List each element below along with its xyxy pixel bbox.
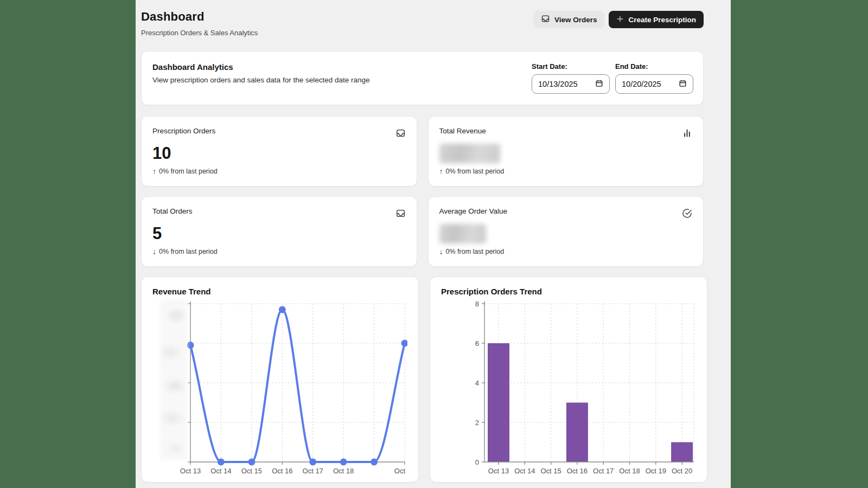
stat-trend: ↑ 0% from last period: [152, 167, 406, 176]
svg-text:Oct 17: Oct 17: [303, 467, 323, 475]
create-prescription-label: Create Prescription: [628, 16, 696, 24]
bar: [671, 442, 693, 463]
page-subtitle: Prescription Orders & Sales Analytics: [141, 29, 258, 37]
line-point: [371, 459, 378, 466]
svg-text:Oct 19: Oct 19: [646, 467, 666, 475]
y-tick-labels: 02468: [475, 300, 479, 466]
orders-trend-chart: 02468Oct 13Oct 14Oct 15Oct 16Oct 17Oct 1…: [441, 298, 696, 478]
analytics-title: Dashboard Analytics: [152, 62, 370, 72]
svg-text:Oct 14: Oct 14: [514, 467, 535, 475]
svg-text:Oct 20: Oct 20: [672, 467, 692, 475]
x-tick-labels: Oct 13Oct 14Oct 15Oct 16Oct 17Oct 18Oct …: [180, 467, 407, 475]
orders-trend-card: Prescription Orders Trend 02468Oct 13Oct…: [430, 277, 707, 483]
x-tick-labels: Oct 13Oct 14Oct 15Oct 16Oct 17Oct 18Oct …: [488, 467, 692, 475]
end-date-group: End Date: 10/20/2025: [615, 62, 693, 94]
svg-text:Oct 17: Oct 17: [593, 467, 614, 475]
svg-text:Oct 20: Oct 20: [394, 467, 407, 475]
inbox-icon: [395, 128, 406, 140]
redacted-value: [439, 224, 486, 243]
trend-text: 0% from last period: [446, 248, 505, 255]
page-title: Dashboard: [141, 10, 258, 24]
stat-card-total-orders: Total Orders 5 ↓ 0% from last period: [141, 196, 417, 267]
stat-value: 10: [152, 144, 406, 163]
check-circle-icon: [682, 208, 692, 221]
bar-chart-canvas: 02468Oct 13Oct 14Oct 15Oct 16Oct 17Oct 1…: [441, 298, 696, 478]
trend-up-icon: ↑: [152, 167, 156, 176]
trend-text: 0% from last period: [446, 168, 505, 175]
revenue-chart-title: Revenue Trend: [152, 287, 407, 296]
svg-text:Oct 16: Oct 16: [272, 467, 292, 475]
stat-trend: ↓ 0% from last period: [152, 247, 406, 256]
calendar-icon[interactable]: [679, 79, 687, 89]
revenue-trend-chart: Oct 13Oct 14Oct 15Oct 16Oct 17Oct 18Oct …: [152, 298, 407, 478]
svg-text:Oct 16: Oct 16: [567, 467, 588, 475]
plus-icon: [616, 15, 624, 24]
date-range-controls: Start Date: 10/13/2025 End Date: 10/20/2…: [532, 62, 693, 94]
revenue-trend-card: Revenue Trend Oct 13Oct 14Oct 15Oct 16Oc…: [141, 277, 419, 483]
view-orders-label: View Orders: [554, 16, 597, 24]
orders-chart-title: Prescription Orders Trend: [441, 287, 696, 296]
inbox-icon: [395, 208, 406, 221]
line-point: [401, 340, 408, 347]
gridlines: [484, 304, 694, 462]
stat-card-average-order-value: Average Order Value ↓ 0% from last perio…: [428, 196, 704, 267]
analytics-panel: Dashboard Analytics View prescription or…: [141, 51, 704, 105]
trend-down-icon: ↓: [152, 247, 156, 256]
svg-text:Oct 18: Oct 18: [619, 467, 640, 475]
svg-text:Oct 13: Oct 13: [488, 467, 509, 475]
stat-value: 5: [152, 224, 406, 243]
end-date-label: End Date:: [615, 62, 693, 70]
top-bar: Dashboard Prescription Orders & Sales An…: [141, 10, 704, 37]
bar-chart-icon: [682, 128, 692, 140]
header-actions: View Orders Create Prescription: [533, 11, 704, 28]
svg-text:0: 0: [475, 458, 479, 466]
create-prescription-button[interactable]: Create Prescription: [609, 11, 704, 28]
calendar-icon[interactable]: [595, 79, 603, 89]
charts-grid: Revenue Trend Oct 13Oct 14Oct 15Oct 16Oc…: [141, 277, 704, 483]
svg-text:Oct 15: Oct 15: [241, 467, 262, 475]
start-date-label: Start Date:: [532, 62, 610, 70]
stat-label: Total Orders: [152, 207, 193, 215]
stat-card-total-revenue: Total Revenue ↑ 0% from last period: [428, 116, 704, 187]
stat-label: Prescription Orders: [152, 127, 215, 135]
end-date-input[interactable]: 10/20/2025: [615, 74, 693, 94]
stat-trend: ↑ 0% from last period: [439, 167, 693, 176]
analytics-description: View prescription orders and sales data …: [152, 76, 370, 84]
stat-label: Average Order Value: [439, 207, 508, 215]
svg-text:2: 2: [475, 419, 479, 427]
line-point: [218, 459, 225, 466]
bar: [566, 403, 588, 463]
start-date-group: Start Date: 10/13/2025: [532, 62, 610, 94]
title-block: Dashboard Prescription Orders & Sales An…: [141, 10, 258, 37]
svg-text:Oct 15: Oct 15: [540, 467, 561, 475]
svg-text:Oct 14: Oct 14: [210, 467, 231, 475]
stat-trend: ↓ 0% from last period: [439, 247, 693, 256]
line-point: [187, 342, 194, 349]
svg-text:6: 6: [475, 339, 479, 348]
trend-up-icon: ↑: [439, 167, 443, 176]
trend-text: 0% from last period: [159, 248, 218, 255]
line-point: [340, 459, 347, 466]
analytics-text: Dashboard Analytics View prescription or…: [152, 62, 370, 84]
line-point: [279, 306, 286, 313]
svg-text:Oct 18: Oct 18: [333, 467, 354, 475]
stat-cards-grid: Prescription Orders 10 ↑ 0% from last pe…: [141, 116, 704, 267]
stat-label: Total Revenue: [439, 127, 486, 135]
app-content: Dashboard Prescription Orders & Sales An…: [136, 0, 731, 488]
end-date-value: 10/20/2025: [622, 80, 661, 88]
start-date-value: 10/13/2025: [538, 80, 578, 88]
trend-text: 0% from last period: [159, 168, 218, 175]
inbox-icon: [541, 14, 550, 25]
bar: [488, 343, 509, 462]
start-date-input[interactable]: 10/13/2025: [532, 74, 610, 94]
svg-text:8: 8: [475, 300, 479, 308]
revenue-line: [190, 310, 405, 462]
stat-card-prescription-orders: Prescription Orders 10 ↑ 0% from last pe…: [141, 116, 417, 187]
redacted-value: [439, 144, 500, 163]
bars: [488, 343, 693, 462]
line-point: [309, 459, 316, 466]
svg-text:Oct 13: Oct 13: [180, 467, 201, 475]
line-chart-canvas: Oct 13Oct 14Oct 15Oct 16Oct 17Oct 18Oct …: [152, 298, 407, 478]
line-point: [248, 459, 255, 466]
view-orders-button[interactable]: View Orders: [533, 11, 605, 28]
